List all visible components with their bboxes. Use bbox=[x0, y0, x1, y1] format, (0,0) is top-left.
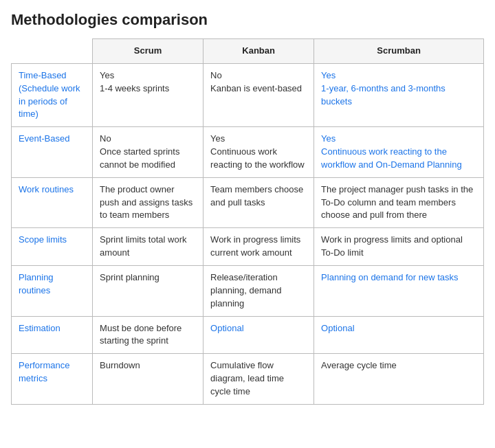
col-header-empty bbox=[12, 39, 93, 64]
row-kanban: Work in progress limits current work amo… bbox=[204, 228, 314, 266]
comparison-table: Scrum Kanban Scrumban Time-Based (Schedu… bbox=[11, 38, 484, 405]
col-header-scrum: Scrum bbox=[93, 39, 204, 64]
row-scrum: Sprint limits total work amount bbox=[93, 228, 204, 266]
row-scrum: Yes 1-4 weeks sprints bbox=[93, 63, 204, 126]
row-kanban: Team members choose and pull tasks bbox=[204, 177, 314, 228]
row-kanban: No Kanban is event-based bbox=[204, 63, 314, 126]
row-kanban: Yes Continuous work reacting to the work… bbox=[204, 127, 314, 178]
row-scrumban: Optional bbox=[314, 316, 484, 354]
row-scrumban: Average cycle time bbox=[314, 354, 484, 405]
row-scrum: Must be done before starting the sprint bbox=[93, 316, 204, 354]
table-row: Scope limitsSprint limits total work amo… bbox=[12, 228, 484, 266]
table-row: Work routinesThe product owner push and … bbox=[12, 177, 484, 228]
row-scrum: No Once started sprints cannot be modifi… bbox=[93, 127, 204, 178]
table-row: EstimationMust be done before starting t… bbox=[12, 316, 484, 354]
row-kanban: Release/iteration planning, demand plann… bbox=[204, 265, 314, 316]
row-scrum: Burndown bbox=[93, 354, 204, 405]
row-scrumban: Planning on demand for new tasks bbox=[314, 265, 484, 316]
row-scrum: Sprint planning bbox=[93, 265, 204, 316]
col-header-kanban: Kanban bbox=[204, 39, 314, 64]
table-row: Performance metricsBurndownCumulative fl… bbox=[12, 354, 484, 405]
table-row: Event-BasedNo Once started sprints canno… bbox=[12, 127, 484, 178]
page-title: Methodologies comparison bbox=[11, 11, 484, 29]
row-category: Scope limits bbox=[12, 228, 93, 266]
row-scrum: The product owner push and assigns tasks… bbox=[93, 177, 204, 228]
row-category: Work routines bbox=[12, 177, 93, 228]
table-row: Time-Based (Schedule work in periods of … bbox=[12, 63, 484, 126]
row-category: Event-Based bbox=[12, 127, 93, 178]
row-kanban: Cumulative flow diagram, lead time cycle… bbox=[204, 354, 314, 405]
table-row: Planning routinesSprint planningRelease/… bbox=[12, 265, 484, 316]
row-kanban: Optional bbox=[204, 316, 314, 354]
row-category: Time-Based (Schedule work in periods of … bbox=[12, 63, 93, 126]
row-scrumban: The project manager push tasks in the To… bbox=[314, 177, 484, 228]
row-category: Planning routines bbox=[12, 265, 93, 316]
col-header-scrumban: Scrumban bbox=[314, 39, 484, 64]
row-scrumban: Yes Continuous work reacting to the work… bbox=[314, 127, 484, 178]
row-scrumban: Work in progress limits and optional To-… bbox=[314, 228, 484, 266]
row-scrumban: Yes 1-year, 6-months and 3-months bucket… bbox=[314, 63, 484, 126]
row-category: Performance metrics bbox=[12, 354, 93, 405]
row-category: Estimation bbox=[12, 316, 93, 354]
